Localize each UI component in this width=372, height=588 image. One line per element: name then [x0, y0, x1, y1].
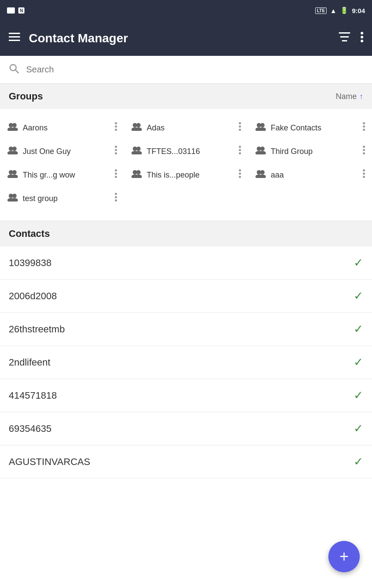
- group-more-icon[interactable]: [115, 169, 117, 181]
- group-item[interactable]: This is...people: [124, 163, 248, 187]
- svg-point-80: [115, 199, 117, 202]
- sort-arrow-icon: ↑: [359, 92, 363, 101]
- group-more-icon[interactable]: [239, 146, 241, 157]
- group-icon: [7, 193, 18, 204]
- check-icon: ✓: [354, 256, 363, 270]
- group-more-icon[interactable]: [239, 169, 241, 181]
- group-name: aaa: [271, 171, 358, 180]
- status-bar-left: N: [7, 7, 24, 14]
- app-bar: Contact Manager: [0, 21, 372, 56]
- contacts-list: 10399838 ✓ 2006d2008 ✓ 26thstreetmb ✓ 2n…: [0, 246, 372, 479]
- contact-name: 414571818: [9, 390, 57, 401]
- battery-icon: 🔋: [340, 7, 348, 14]
- svg-point-16: [115, 126, 117, 128]
- svg-point-37: [115, 149, 117, 151]
- svg-point-8: [361, 40, 363, 42]
- contact-name: AGUSTINVARCAS: [9, 456, 90, 468]
- group-item[interactable]: Adas: [124, 116, 248, 140]
- contact-name: 26thstreetmb: [9, 324, 65, 335]
- group-item[interactable]: Fake Contacts: [248, 116, 372, 140]
- group-more-icon[interactable]: [115, 146, 117, 157]
- contact-item[interactable]: 26thstreetmb ✓: [0, 313, 372, 346]
- group-name: This gr...g wow: [23, 171, 110, 180]
- svg-point-78: [115, 193, 117, 195]
- contact-item[interactable]: 69354635 ✓: [0, 412, 372, 445]
- notification-icon: N: [18, 7, 24, 14]
- svg-rect-0: [9, 33, 20, 34]
- contact-name: 69354635: [9, 423, 52, 434]
- group-icon: [255, 169, 266, 181]
- group-name: Adas: [147, 123, 234, 133]
- status-bar: N LTE ▲ 🔋 9:04: [0, 0, 372, 21]
- add-icon: +: [339, 547, 348, 566]
- group-item[interactable]: test group: [0, 187, 124, 210]
- group-more-icon[interactable]: [115, 122, 117, 133]
- sd-card-icon: [7, 7, 15, 14]
- svg-point-26: [260, 123, 265, 127]
- add-contact-fab[interactable]: +: [328, 541, 360, 572]
- group-icon: [7, 146, 18, 157]
- svg-point-61: [136, 170, 141, 174]
- svg-point-6: [361, 32, 363, 34]
- svg-point-58: [115, 173, 117, 175]
- search-input[interactable]: [26, 65, 363, 75]
- search-bar: [0, 56, 372, 84]
- svg-point-65: [239, 173, 241, 175]
- contact-name: 2006d2008: [9, 291, 57, 302]
- contact-item[interactable]: AGUSTINVARCAS ✓: [0, 445, 372, 479]
- groups-section-header: Groups Name ↑: [0, 84, 372, 109]
- group-item[interactable]: aaa: [248, 163, 372, 187]
- group-more-icon[interactable]: [363, 122, 365, 133]
- svg-point-71: [363, 169, 365, 171]
- group-icon: [7, 169, 18, 181]
- svg-rect-4: [340, 36, 349, 38]
- svg-point-59: [115, 176, 117, 178]
- contact-item[interactable]: 414571818 ✓: [0, 379, 372, 412]
- svg-point-44: [239, 149, 241, 151]
- svg-point-15: [115, 122, 117, 124]
- svg-point-43: [239, 146, 241, 148]
- contact-item[interactable]: 10399838 ✓: [0, 246, 372, 280]
- svg-point-36: [115, 146, 117, 148]
- group-more-icon[interactable]: [363, 169, 365, 181]
- svg-point-64: [239, 169, 241, 171]
- svg-point-33: [12, 147, 17, 151]
- group-item[interactable]: TFTES...03116: [124, 140, 248, 163]
- group-icon: [7, 122, 18, 133]
- contact-name: 2ndlifeent: [9, 357, 50, 368]
- group-icon: [255, 146, 266, 157]
- filter-icon[interactable]: [339, 32, 350, 44]
- group-more-icon[interactable]: [115, 193, 117, 204]
- group-name: Third Group: [271, 147, 358, 156]
- group-item[interactable]: Third Group: [248, 140, 372, 163]
- hamburger-menu-icon[interactable]: [9, 33, 20, 44]
- check-icon: ✓: [354, 356, 363, 369]
- lte-icon: LTE: [315, 7, 327, 14]
- group-item[interactable]: This gr...g wow: [0, 163, 124, 187]
- more-options-icon[interactable]: [361, 32, 363, 45]
- svg-point-51: [363, 149, 365, 151]
- svg-point-57: [115, 169, 117, 171]
- time-display: 9:04: [352, 7, 365, 14]
- group-item[interactable]: Aarons: [0, 116, 124, 140]
- svg-point-24: [239, 129, 241, 131]
- svg-point-50: [363, 146, 365, 148]
- svg-line-10: [16, 70, 19, 73]
- svg-point-66: [239, 176, 241, 178]
- svg-point-45: [239, 152, 241, 154]
- group-name: test group: [23, 194, 110, 203]
- svg-point-38: [115, 152, 117, 154]
- contact-item[interactable]: 2ndlifeent ✓: [0, 346, 372, 379]
- svg-rect-3: [339, 32, 350, 34]
- group-item[interactable]: Just One Guy: [0, 140, 124, 163]
- contact-name: 10399838: [9, 257, 52, 269]
- svg-rect-1: [9, 36, 20, 38]
- group-name: TFTES...03116: [147, 147, 234, 156]
- status-bar-right: LTE ▲ 🔋 9:04: [315, 7, 365, 14]
- contact-item[interactable]: 2006d2008 ✓: [0, 280, 372, 313]
- group-more-icon[interactable]: [239, 122, 241, 133]
- sort-control[interactable]: Name ↑: [336, 92, 363, 101]
- groups-section-title: Groups: [9, 91, 43, 102]
- svg-point-54: [12, 170, 17, 174]
- group-more-icon[interactable]: [363, 146, 365, 157]
